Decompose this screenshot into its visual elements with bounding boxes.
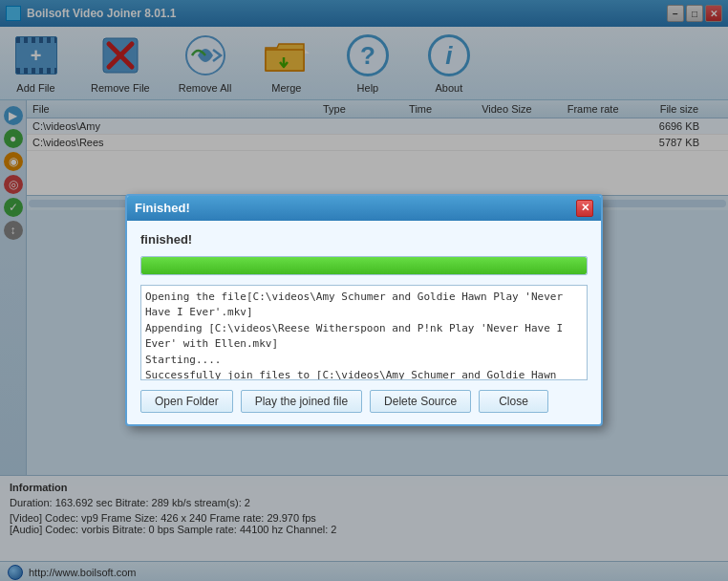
delete-source-button[interactable]: Delete Source (370, 390, 471, 413)
finished-dialog: Finished! ✕ finished! Opening the file[C… (125, 194, 603, 426)
modal-buttons: Open Folder Play the joined file Delete … (140, 390, 588, 413)
open-folder-button[interactable]: Open Folder (140, 390, 233, 413)
progress-bar-fill (141, 257, 587, 274)
progress-bar-container (140, 256, 588, 275)
log-line-4: Successfully join files to [C:\videos\Am… (145, 368, 583, 380)
modal-close-button[interactable]: ✕ (576, 200, 593, 217)
log-line-2: Appending [C:\videos\Reese Witherspoon a… (145, 321, 583, 353)
modal-overlay: Finished! ✕ finished! Opening the file[C… (0, 0, 728, 581)
modal-close-action-button[interactable]: Close (479, 390, 548, 413)
modal-title: Finished! (135, 201, 190, 215)
modal-body: finished! Opening the file[C:\videos\Amy… (127, 221, 601, 424)
modal-title-bar: Finished! ✕ (127, 196, 601, 221)
log-line-1: Opening the file[C:\videos\Amy Schumer a… (145, 290, 583, 321)
log-area[interactable]: Opening the file[C:\videos\Amy Schumer a… (140, 285, 588, 380)
play-joined-button[interactable]: Play the joined file (241, 390, 362, 413)
log-line-3: Starting.... (145, 353, 583, 369)
finished-label: finished! (140, 232, 588, 247)
